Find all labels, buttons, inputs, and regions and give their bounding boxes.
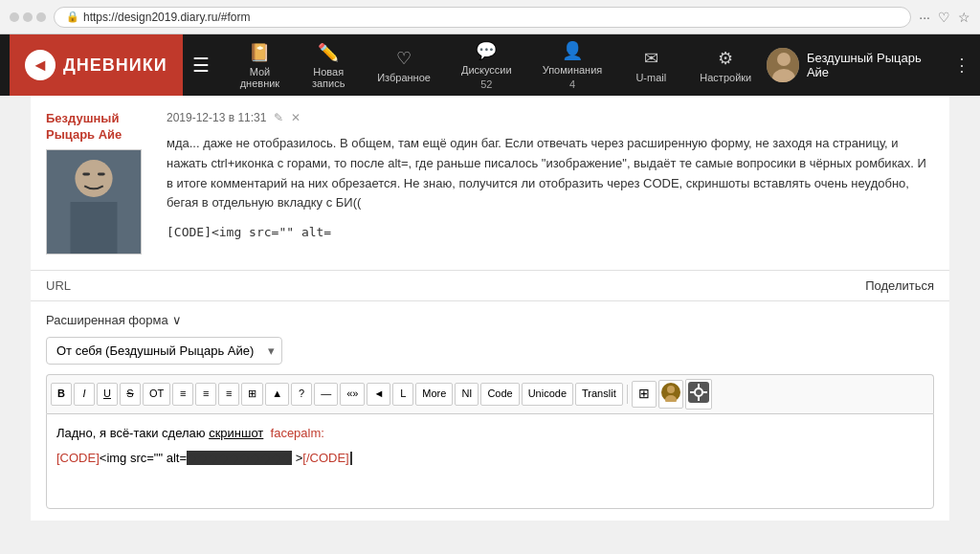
form-from-select-outer: От себя (Бездушный Рыцарь Айе) xyxy=(46,337,282,365)
browser-chrome: 🔒 https://design2019.diary.ru/#form ··· … xyxy=(0,0,980,34)
toolbar-unicode-btn[interactable]: Unicode xyxy=(522,383,573,405)
post-author-name[interactable]: Бездушный Рыцарь Айе xyxy=(46,111,151,144)
nav-label-diary: Мой дневник xyxy=(240,66,280,89)
browser-bookmark-icon[interactable]: ♡ xyxy=(938,10,950,25)
toolbar-arrow-btn[interactable]: ◄ xyxy=(367,383,390,405)
toolbar-align-center-btn[interactable]: ≡ xyxy=(195,383,216,405)
browser-dot xyxy=(10,12,19,22)
post-body: 2019-12-13 в 11:31 ✎ ✕ мда... даже не от… xyxy=(167,111,934,255)
hamburger-icon[interactable]: ☰ xyxy=(192,54,210,77)
post-delete-icon[interactable]: ✕ xyxy=(291,111,301,124)
toolbar-gear-btn[interactable] xyxy=(685,379,712,410)
svg-point-10 xyxy=(667,386,675,393)
post-code: [CODE]<img src="" alt= xyxy=(167,225,934,239)
toolbar-ot-btn[interactable]: ОТ xyxy=(143,383,170,405)
favorites-icon: ♡ xyxy=(396,48,412,69)
editor-line2: [CODE]<img src="" alt=◆◆◆◆◆◆◆◆◆◆ >[/CODE… xyxy=(56,449,924,468)
share-link[interactable]: Поделиться xyxy=(865,278,934,293)
toolbar-strike-btn[interactable]: S xyxy=(120,383,141,405)
form-select-wrap: От себя (Бездушный Рыцарь Айе) xyxy=(46,337,934,365)
discussions-count: 52 xyxy=(480,78,492,90)
post-author: Бездушный Рыцарь Айе xyxy=(46,111,151,255)
editor-line1: Ладно, я всё-таки сделаю скриншот facepa… xyxy=(56,424,924,443)
nav-profile[interactable]: Бездушный Рыцарь Айе ⋮ xyxy=(767,48,970,82)
toolbar-avatar-btn[interactable] xyxy=(658,380,683,409)
toolbar-align-right-btn[interactable]: ≡ xyxy=(218,383,239,405)
diary-icon: 📔 xyxy=(249,42,270,63)
reply-form: Расширенная форма ∨ От себя (Бездушный Р… xyxy=(31,301,949,521)
nav-item-mentions[interactable]: 👤 Упоминания 4 xyxy=(527,33,618,98)
toolbar-ni-btn[interactable]: NI xyxy=(455,383,479,405)
nav-item-new-entry-wrap: ✏️ Новая запись xyxy=(295,34,362,97)
form-chevron-icon: ∨ xyxy=(172,313,182,327)
editor-facepalm-link[interactable]: facepalm: xyxy=(271,426,324,440)
browser-url-bar[interactable]: 🔒 https://design2019.diary.ru/#form xyxy=(54,7,911,28)
nav-item-mentions-wrap: 👤 Упоминания 4 xyxy=(527,33,618,98)
toolbar-italic-btn[interactable]: I xyxy=(74,383,95,405)
svg-rect-7 xyxy=(82,172,90,175)
toolbar-link-btn[interactable]: ⊞ xyxy=(241,383,263,405)
toolbar-image-btn[interactable]: ▲ xyxy=(265,383,289,405)
nav-item-discussions[interactable]: 💬 Дискуссии 52 xyxy=(446,33,527,98)
umail-icon: ✉ xyxy=(644,48,658,69)
post-edit-icon[interactable]: ✎ xyxy=(274,111,283,124)
editor-text-after-underline xyxy=(263,426,270,440)
author-avatar-svg xyxy=(47,149,141,255)
browser-menu-icon[interactable]: ··· xyxy=(919,10,930,25)
toolbar-underline-btn[interactable]: U xyxy=(97,383,118,405)
toolbar-table-btn[interactable]: ⊞ xyxy=(632,381,657,408)
navbar: ◄ ДНЕВНИКИ ☰ 📔 Мой дневник ✏️ Новая запи… xyxy=(0,34,980,96)
url-share-row: URL Поделиться xyxy=(31,271,949,301)
nav-item-diary[interactable]: 📔 Мой дневник xyxy=(225,34,296,97)
editor-img-tag: <img src="" alt= xyxy=(100,451,187,465)
svg-point-5 xyxy=(75,160,112,197)
post-meta: 2019-12-13 в 11:31 ✎ ✕ xyxy=(167,111,934,124)
logo-icon: ◄ xyxy=(25,50,56,80)
lock-icon: 🔒 xyxy=(66,11,79,23)
editor-area[interactable]: Ладно, я всё-таки сделаю скриншот facepa… xyxy=(46,413,934,509)
toolbar-divider xyxy=(627,385,628,404)
nav-item-umail[interactable]: ✉ U-mail xyxy=(617,40,684,91)
toolbar-avatar-icon xyxy=(661,383,680,402)
nav-item-discussions-wrap: 💬 Дискуссии 52 xyxy=(446,33,527,98)
nav-item-settings-wrap: ⚙ Настройки xyxy=(684,40,767,91)
nav-item-settings[interactable]: ⚙ Настройки xyxy=(684,40,767,91)
editor-toolbar: B I U S ОТ ≡ ≡ ≡ ⊞ ▲ ? — «» ◄ L More NI … xyxy=(46,374,934,413)
discussions-icon: 💬 xyxy=(476,40,497,61)
editor-code-open-tag: [CODE] xyxy=(56,451,100,465)
mentions-count: 4 xyxy=(569,78,575,90)
editor-code-close-tag: [/CODE] xyxy=(302,451,348,465)
toolbar-more-btn[interactable]: More xyxy=(415,383,453,405)
nav-label-umail: U-mail xyxy=(635,72,666,83)
post-author-avatar xyxy=(46,149,142,255)
toolbar-translit-btn[interactable]: Translit xyxy=(575,383,623,405)
nav-item-favorites[interactable]: ♡ Избранное xyxy=(362,40,446,91)
toolbar-code-btn[interactable]: Code xyxy=(480,383,519,405)
toolbar-l-btn[interactable]: L xyxy=(392,383,413,405)
avatar-svg xyxy=(767,48,799,82)
nav-item-new-entry[interactable]: ✏️ Новая запись xyxy=(295,34,362,97)
svg-rect-8 xyxy=(98,172,105,175)
editor-corrupted-chars: ◆◆◆◆◆◆◆◆◆◆ xyxy=(187,451,292,465)
form-from-select[interactable]: От себя (Бездушный Рыцарь Айе) xyxy=(46,337,282,365)
browser-star-icon[interactable]: ☆ xyxy=(958,10,970,25)
toolbar-bold-btn[interactable]: B xyxy=(51,383,72,405)
nav-label-mentions: Упоминания xyxy=(543,64,603,76)
post-text: мда... даже не отобразилось. В общем, та… xyxy=(167,134,934,213)
settings-icon: ⚙ xyxy=(718,48,733,69)
nav-label-discussions: Дискуссии xyxy=(461,64,512,76)
form-expanded-label[interactable]: Расширенная форма ∨ xyxy=(46,313,934,327)
nav-logo[interactable]: ◄ ДНЕВНИКИ xyxy=(10,34,183,96)
toolbar-dash-btn[interactable]: — xyxy=(314,383,338,405)
nav-label-favorites: Избранное xyxy=(377,72,431,83)
url-label: URL xyxy=(46,278,71,293)
toolbar-align-left-btn[interactable]: ≡ xyxy=(172,383,193,405)
toolbar-question-btn[interactable]: ? xyxy=(291,383,312,405)
browser-url-text: https://design2019.diary.ru/#form xyxy=(83,11,251,24)
profile-name: Бездушный Рыцарь Айе xyxy=(807,51,938,79)
nav-label-new-entry: Новая запись xyxy=(310,66,346,89)
form-expanded-text: Расширенная форма xyxy=(46,313,168,327)
nav-more-icon[interactable]: ⋮ xyxy=(953,55,970,76)
nav-item-favorites-wrap: ♡ Избранное xyxy=(362,40,446,91)
toolbar-quote-btn[interactable]: «» xyxy=(340,383,365,405)
